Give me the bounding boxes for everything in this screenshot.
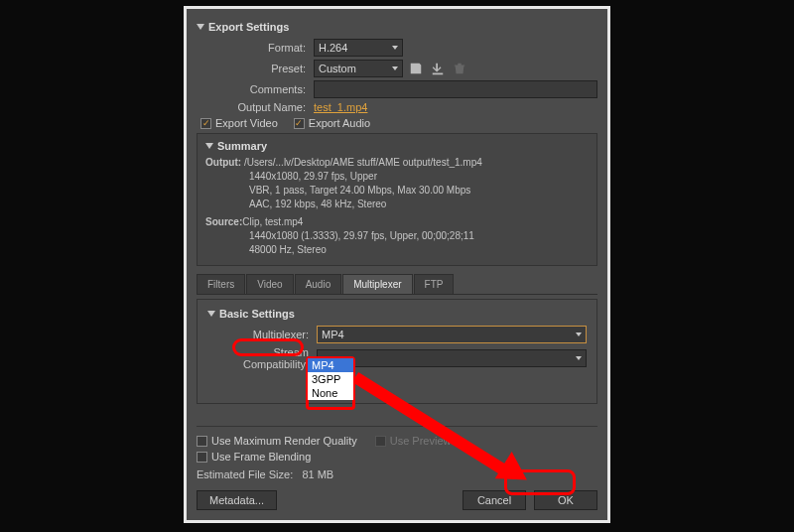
frame-blend-label: Use Frame Blending	[211, 451, 311, 463]
max-render-checkbox[interactable]	[197, 436, 207, 447]
chevron-down-icon	[197, 24, 204, 30]
summary-header[interactable]: Summary	[205, 140, 589, 152]
use-previews-label: Use Previews	[390, 435, 457, 447]
export-audio-label: Export Audio	[309, 117, 370, 129]
chevron-down-icon	[576, 356, 582, 360]
export-video-label: Export Video	[215, 117, 278, 129]
save-preset-icon[interactable]	[407, 60, 425, 77]
format-value: H.264	[319, 42, 347, 54]
chevron-down-icon	[392, 46, 398, 50]
comments-input[interactable]	[314, 80, 597, 98]
chevron-down-icon	[205, 143, 213, 149]
summary-box: Summary Output: /Users/...lv/Desktop/AME…	[197, 133, 597, 266]
output-path: /Users/...lv/Desktop/AME stuff/AME outpu…	[244, 157, 482, 168]
est-size-value: 81 MB	[302, 468, 333, 480]
export-video-checkbox[interactable]: ✓	[200, 118, 211, 129]
multiplexer-options-list: MP4 3GPP None	[308, 358, 353, 400]
export-settings-panel: Export Settings Format: H.264 Preset: Cu…	[184, 6, 610, 523]
cancel-button[interactable]: Cancel	[463, 490, 526, 510]
output-name-label: Output Name:	[197, 101, 314, 113]
chevron-down-icon	[576, 332, 582, 336]
est-size-label: Estimated File Size:	[197, 468, 293, 480]
multiplexer-dropdown[interactable]: MP4	[317, 326, 587, 343]
bottom-area: Use Maximum Render Quality Use Previews …	[187, 412, 607, 520]
tab-filters[interactable]: Filters	[197, 274, 245, 294]
tab-video[interactable]: Video	[246, 274, 293, 294]
tab-ftp[interactable]: FTP	[414, 274, 455, 294]
tab-multiplexer[interactable]: Multiplexer	[342, 274, 412, 294]
export-audio-checkbox[interactable]: ✓	[294, 118, 305, 129]
format-label: Format:	[197, 42, 314, 54]
tab-audio[interactable]: Audio	[295, 274, 342, 294]
comments-label: Comments:	[197, 83, 314, 95]
source-audio: 48000 Hz, Stereo	[205, 243, 589, 257]
ok-button[interactable]: OK	[534, 490, 597, 510]
delete-preset-icon	[451, 60, 468, 77]
source-res: 1440x1080 (1.3333), 29.97 fps, Upper, 00…	[205, 229, 589, 243]
multiplexer-label: Multiplexer:	[207, 329, 317, 340]
max-render-label: Use Maximum Render Quality	[211, 435, 357, 447]
output-vbr: VBR, 1 pass, Target 24.00 Mbps, Max 30.0…	[205, 184, 589, 198]
use-previews-checkbox	[375, 436, 386, 447]
summary-title: Summary	[217, 140, 267, 152]
preset-dropdown[interactable]: Custom	[314, 60, 403, 77]
stream-compat-dropdown[interactable]	[317, 349, 587, 367]
source-clip: Clip, test.mp4	[242, 216, 303, 227]
frame-blend-checkbox[interactable]	[197, 452, 207, 463]
stream-compat-label: Stream Compatibility:	[207, 346, 317, 370]
output-name-link[interactable]: test_1.mp4	[314, 101, 367, 113]
output-res: 1440x1080, 29.97 fps, Upper	[205, 170, 589, 184]
option-3gpp[interactable]: 3GPP	[308, 372, 353, 386]
option-mp4[interactable]: MP4	[308, 358, 353, 372]
preset-label: Preset:	[197, 63, 314, 74]
import-preset-icon[interactable]	[429, 60, 447, 77]
chevron-down-icon	[207, 311, 215, 317]
tab-bar: Filters Video Audio Multiplexer FTP	[197, 274, 597, 295]
source-label: Source:	[205, 216, 242, 227]
export-settings-header[interactable]: Export Settings	[197, 21, 597, 33]
metadata-button[interactable]: Metadata...	[197, 490, 277, 510]
export-settings-title: Export Settings	[208, 21, 289, 33]
preset-value: Custom	[319, 63, 356, 74]
basic-settings-header[interactable]: Basic Settings	[207, 308, 587, 320]
basic-settings-title: Basic Settings	[219, 308, 295, 320]
option-none[interactable]: None	[308, 386, 353, 400]
format-dropdown[interactable]: H.264	[314, 39, 403, 57]
chevron-down-icon	[392, 66, 398, 70]
basic-settings-box: Basic Settings Multiplexer: MP4 Stream C…	[197, 299, 597, 404]
output-label: Output:	[205, 157, 241, 168]
output-audio: AAC, 192 kbps, 48 kHz, Stereo	[205, 198, 589, 211]
multiplexer-value: MP4	[322, 329, 344, 340]
